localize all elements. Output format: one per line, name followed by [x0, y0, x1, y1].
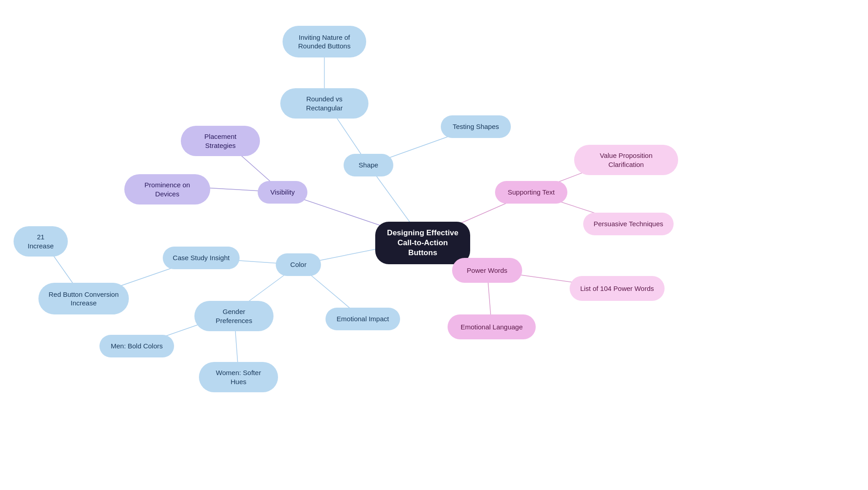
node-increase_21: 21 Increase — [14, 226, 68, 257]
node-color: Color — [276, 253, 321, 276]
node-emotional_impact: Emotional Impact — [326, 308, 400, 330]
node-persuasive: Persuasive Techniques — [583, 213, 674, 235]
node-shape: Shape — [344, 154, 393, 176]
node-supporting_text: Supporting Text — [495, 181, 567, 204]
node-power_words: Power Words — [452, 258, 522, 283]
node-visibility: Visibility — [258, 181, 307, 204]
node-center: Designing Effective Call-to-Action Butto… — [375, 222, 470, 264]
mindmap-container: Designing Effective Call-to-Action Butto… — [0, 0, 868, 490]
node-rounded_vs_rect: Rounded vs Rectangular — [280, 88, 368, 119]
node-placement_strategies: Placement Strategies — [181, 126, 260, 156]
node-gender_preferences: Gender Preferences — [194, 301, 274, 331]
node-prominence_devices: Prominence on Devices — [124, 174, 210, 205]
node-women_softer: Women: Softer Hues — [199, 362, 278, 392]
node-value_prop: Value Proposition Clarification — [574, 145, 678, 175]
node-red_button: Red Button Conversion Increase — [38, 283, 129, 314]
node-case_study: Case Study Insight — [163, 247, 240, 269]
node-inviting_nature: Inviting Nature of Rounded Buttons — [283, 26, 366, 57]
node-men_bold: Men: Bold Colors — [99, 335, 174, 357]
node-testing_shapes: Testing Shapes — [441, 115, 511, 138]
node-emotional_language: Emotional Language — [448, 314, 536, 339]
node-list_104: List of 104 Power Words — [570, 276, 665, 301]
